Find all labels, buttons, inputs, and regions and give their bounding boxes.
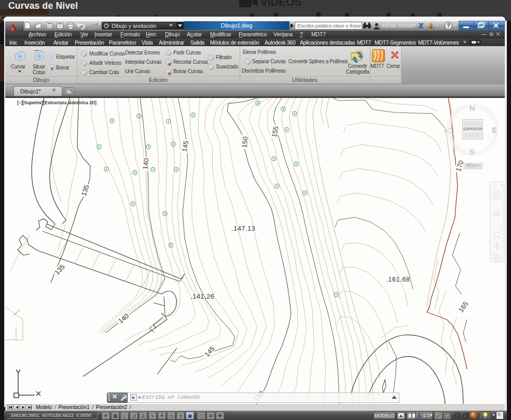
svg-text:.147.13: .147.13	[231, 225, 255, 232]
svg-text:.141.26: .141.26	[190, 292, 214, 300]
svg-text:150: 150	[241, 136, 249, 148]
svg-text:140: 140	[141, 158, 150, 170]
svg-text:?: ?	[447, 23, 450, 29]
svg-text:.161.68: .161.68	[386, 275, 410, 283]
svg-text:145: 145	[181, 140, 190, 152]
svg-text:135: 135	[80, 184, 91, 197]
